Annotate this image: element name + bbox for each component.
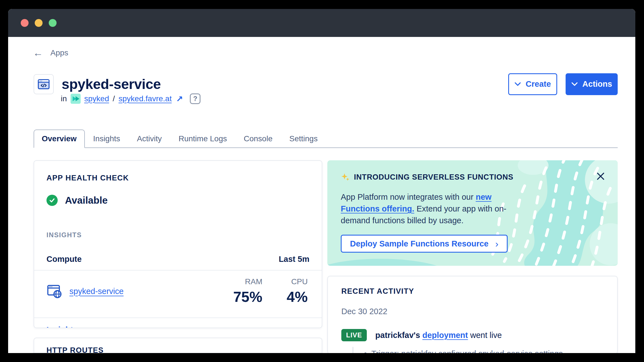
- tab-console[interactable]: Console: [235, 130, 281, 147]
- app-icon: [34, 74, 54, 94]
- health-status-row: Available: [46, 195, 309, 206]
- metrics: RAM 75% CPU 4%: [233, 277, 309, 305]
- app-health-card: APP HEALTH CHECK Available INSIGHTS Comp…: [34, 160, 322, 328]
- cpu-label: CPU: [281, 277, 308, 286]
- divider: [34, 318, 322, 318]
- service-metrics-row: spyked-service RAM 75% CPU 4%: [46, 271, 309, 311]
- cpu-value: 4%: [281, 288, 308, 305]
- http-routes-card: HTTP ROUTES: [34, 338, 322, 353]
- insights-footer-label: Insights: [46, 325, 78, 328]
- banner-body: App Platform now integrates with our new…: [341, 191, 520, 226]
- tab-overview[interactable]: Overview: [34, 130, 85, 148]
- page-title: spyked-service: [62, 76, 161, 92]
- sparkles-icon: [341, 173, 350, 182]
- tab-bar: Overview Insights Activity Runtime Logs …: [34, 130, 618, 148]
- deployment-link[interactable]: deployment: [422, 331, 468, 340]
- compute-header-row: Compute Last 5m: [46, 255, 309, 264]
- health-status-text: Available: [65, 195, 108, 206]
- actions-button-label: Actions: [582, 79, 612, 89]
- compute-label: Compute: [46, 255, 82, 264]
- external-link-icon[interactable]: ↗: [176, 94, 183, 104]
- help-icon[interactable]: ?: [190, 93, 200, 104]
- event-actor: patrickfav's: [375, 331, 422, 340]
- insights-section-label: INSIGHTS: [46, 231, 309, 239]
- zoom-window-button[interactable]: [49, 19, 57, 27]
- chevron-right-icon: ›: [495, 240, 498, 248]
- code-window-icon: [37, 78, 50, 91]
- event-suffix: went live: [468, 331, 502, 340]
- event-detail-text: Trigger: patrickfav configured spyked-se…: [371, 349, 563, 353]
- banner-title: INTRODUCING SERVERLESS FUNCTIONS: [354, 173, 514, 182]
- ram-metric: RAM 75%: [233, 277, 262, 305]
- back-arrow-icon[interactable]: ←: [33, 49, 43, 57]
- create-button-label: Create: [526, 79, 551, 89]
- app-window: ← Apps spyked-service Create: [8, 9, 635, 353]
- recent-activity-title: RECENT ACTIVITY: [341, 287, 604, 296]
- activity-event-text: patrickfav's deployment went live: [375, 331, 502, 340]
- close-window-button[interactable]: [21, 19, 29, 27]
- project-icon: [71, 94, 81, 104]
- minimize-window-button[interactable]: [35, 19, 43, 27]
- chevron-down-icon: [514, 82, 521, 86]
- window-titlebar: [8, 9, 635, 37]
- service-link[interactable]: spyked-service: [69, 287, 123, 296]
- app-context-row: in spyked / spyked.favre.at ↗ ?: [61, 93, 200, 105]
- bullet-icon: •: [364, 349, 367, 353]
- context-prefix: in: [61, 94, 67, 103]
- tab-insights[interactable]: Insights: [85, 130, 129, 147]
- tab-activity[interactable]: Activity: [129, 130, 170, 147]
- period-label: Last 5m: [279, 255, 309, 264]
- deploy-sample-functions-label: Deploy Sample Functions Resource: [350, 239, 489, 248]
- breadcrumb: ← Apps: [33, 48, 68, 57]
- banner-body-before: App Platform now integrates with our: [341, 192, 476, 201]
- project-link[interactable]: spyked: [84, 94, 109, 103]
- health-card-title: APP HEALTH CHECK: [46, 174, 309, 182]
- activity-event-detail: • Trigger: patrickfav configured spyked-…: [353, 347, 604, 353]
- cpu-metric: CPU 4%: [281, 277, 308, 305]
- web-service-icon: [46, 283, 63, 299]
- activity-event-row: LIVE patrickfav's deployment went live: [341, 329, 604, 341]
- http-routes-title: HTTP ROUTES: [46, 346, 309, 353]
- chevron-right-icon: ›: [81, 326, 85, 328]
- header-buttons: Create Actions: [508, 73, 618, 95]
- chevron-down-icon: [571, 82, 578, 86]
- ram-value: 75%: [233, 288, 262, 305]
- ram-label: RAM: [233, 277, 262, 286]
- recent-activity-card: RECENT ACTIVITY Dec 30 2022 LIVE patrick…: [327, 276, 618, 353]
- insights-footer-link[interactable]: Insights ›: [46, 325, 309, 328]
- check-circle-icon: [46, 195, 58, 206]
- deploy-sample-functions-button[interactable]: Deploy Sample Functions Resource ›: [341, 235, 508, 253]
- live-status-badge: LIVE: [341, 329, 367, 341]
- tab-settings[interactable]: Settings: [281, 130, 326, 147]
- domain-link[interactable]: spyked.favre.at: [118, 94, 172, 103]
- back-link-apps[interactable]: Apps: [50, 48, 68, 57]
- serverless-functions-banner: INTRODUCING SERVERLESS FUNCTIONS App Pla…: [327, 160, 618, 266]
- tab-runtime-logs[interactable]: Runtime Logs: [170, 130, 235, 147]
- create-button[interactable]: Create: [508, 73, 557, 95]
- banner-title-row: INTRODUCING SERVERLESS FUNCTIONS: [341, 173, 604, 182]
- actions-button[interactable]: Actions: [566, 73, 618, 95]
- path-separator: /: [113, 94, 115, 103]
- activity-date: Dec 30 2022: [341, 307, 604, 316]
